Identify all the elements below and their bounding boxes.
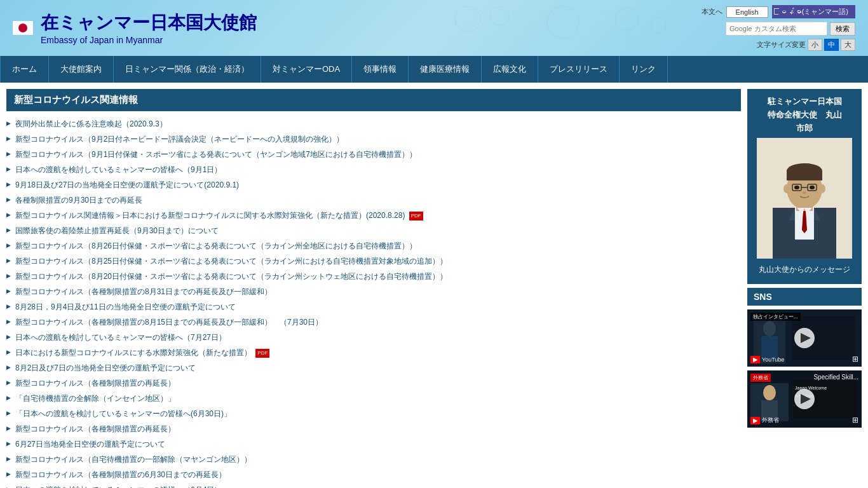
- pdf-icon: PDF: [409, 212, 423, 220]
- list-item: 各種制限措置の9月30日までの再延長: [6, 193, 741, 208]
- section-title: 新型コロナウイルス関連情報: [6, 89, 741, 111]
- font-size-row: 文字サイズ変更 小 中 大: [757, 39, 855, 51]
- nav-oda[interactable]: 対ミャンマーODA: [261, 56, 352, 83]
- list-item: 新型コロナウイルス（自宅待機措置の一部解除（マヤンゴン地区））: [6, 452, 741, 467]
- nav-culture[interactable]: 広報文化: [482, 56, 538, 83]
- news-link[interactable]: 夜間外出禁止令に係る注意喚起（2020.9.3）: [15, 119, 167, 128]
- list-item: 8月28日，9月4日及び11日の当地発全日空便の運航予定について: [6, 299, 741, 315]
- ambassador-photo: [757, 138, 852, 259]
- expand-icon-1[interactable]: ⊞: [852, 355, 858, 363]
- list-item: 9月18日及び27日の当地発全日空便の運航予定について(2020.9.1): [6, 177, 741, 193]
- sns-label: SNS: [747, 288, 862, 306]
- list-item: 「自宅待機措置の全解除（インセイン地区）」: [6, 391, 741, 406]
- nav-press[interactable]: プレスリリース: [538, 56, 620, 83]
- font-size-label: 文字サイズ変更: [757, 40, 806, 50]
- list-item: 日本における新型コロナウイルスにする水際対策強化（新たな措置） PDF: [6, 345, 741, 360]
- list-item: 新型コロナウイルス（8月25日付保健・スポーツ省による発表について（ラカイン州に…: [6, 254, 741, 269]
- myanmar-button[interactable]: မြန်မာ(ミャンマー語): [772, 5, 855, 18]
- main-content: 新型コロナウイルス関連情報 夜間外出禁止令に係る注意喚起（2020.9.3） 新…: [0, 83, 868, 488]
- news-link[interactable]: 新型コロナウイルス（自宅待機措置の一部解除（マヤンゴン地区））: [15, 455, 252, 464]
- search-input[interactable]: [726, 22, 827, 36]
- ambassador-title: 駐ミャンマー日本国特命全権大使 丸山市郎: [754, 95, 855, 135]
- video-thumb-2[interactable]: Japan Welcome to Workers 外務省 Specified S…: [747, 370, 862, 428]
- svg-rect-20: [787, 171, 822, 180]
- svg-point-35: [763, 321, 776, 336]
- svg-point-27: [783, 184, 790, 193]
- video2-title: Specified Skill...: [813, 374, 858, 381]
- news-link[interactable]: 国際旅客使の着陸禁止措置再延長（9月30日まで）について: [15, 226, 219, 235]
- pdf-icon: PDF: [255, 349, 269, 358]
- svg-point-12: [18, 24, 27, 32]
- list-item: 新型コロナウイルス（各種制限措置の8月15日までの再延長及び一部緩和） （7月3…: [6, 315, 741, 330]
- news-link[interactable]: 新型コロナウイルス（各種制限措置の再延長）: [15, 424, 175, 433]
- expand-icon-2[interactable]: ⊞: [852, 416, 858, 424]
- nav-consular[interactable]: 領事情報: [352, 56, 409, 83]
- list-item: 日本への渡航を検討しているミャンマーの皆様へ（9月1日）: [6, 162, 741, 177]
- list-item: 日本への渡航を検討しているミャンマーの皆様へ（7月27日）: [6, 330, 741, 345]
- svg-point-40: [763, 385, 776, 400]
- svg-point-26: [803, 191, 806, 194]
- news-link[interactable]: 「自宅待機措置の全解除（インセイン地区）」: [15, 394, 175, 403]
- news-link[interactable]: 新型コロナウイルス関連情報＞日本における新型コロナウイルスに関する水際対策強化（…: [15, 211, 405, 220]
- right-sidebar: 駐ミャンマー日本国特命全権大使 丸山市郎: [747, 89, 862, 488]
- news-link[interactable]: 新型コロナウイルス（9月1日付保健・スポーツ省による発表について（ヤンゴン地域7…: [15, 150, 417, 159]
- news-link[interactable]: 新型コロナウイルス（各種制限措置の6月30日までの再延長）: [15, 470, 226, 479]
- svg-point-28: [819, 184, 825, 193]
- ambassador-title-text: 駐ミャンマー日本国特命全権大使 丸山市郎: [768, 97, 842, 133]
- embassy-title: 在ミャンマー日本国大使館 Embassy of Japan in Myanmar: [41, 11, 702, 45]
- lang-row: 本文へ English မြန်မာ(ミャンマー語): [702, 5, 855, 18]
- nav-health[interactable]: 健康医療情報: [409, 56, 482, 83]
- news-link[interactable]: 日本における新型コロナウイルスにする水際対策強化（新たな措置）: [15, 348, 252, 357]
- youtube-icon: ▶: [750, 356, 760, 363]
- nav-bar: ホーム 大使館案内 日ミャンマー関係（政治・経済） 対ミャンマーODA 領事情報…: [0, 56, 868, 83]
- nav-home[interactable]: ホーム: [0, 56, 49, 83]
- top-header: 在ミャンマー日本国大使館 Embassy of Japan in Myanmar…: [0, 0, 868, 56]
- list-item: 新型コロナウイルス（9月2日付ネービードー評議会決定（ネービードーへの入境規制の…: [6, 132, 741, 147]
- news-link[interactable]: 日本への渡航を検討しているミャンマーの皆様へ（6月4日）: [15, 485, 222, 488]
- list-item: 新型コロナウイルス関連情報＞日本における新型コロナウイルスに関する水際対策強化（…: [6, 208, 741, 223]
- list-item: 日本への渡航を検討しているミャンマーの皆様へ（6月4日）: [6, 482, 741, 488]
- news-link[interactable]: 6月27日当地発全日空便の運航予定について: [15, 440, 165, 449]
- news-link[interactable]: 新型コロナウイルス（各種制限措置の再延長）: [15, 379, 175, 388]
- list-item: 新型コロナウイルス（9月1日付保健・スポーツ省による発表について（ヤンゴン地域7…: [6, 147, 741, 162]
- ambassador-message-link[interactable]: 丸山大使からのメッセージ: [754, 262, 855, 278]
- svg-point-21: [794, 186, 799, 189]
- list-item: 夜間外出禁止令に係る注意喚起（2020.9.3）: [6, 116, 741, 132]
- news-link[interactable]: 8月28日，9月4日及び11日の当地発全日空便の運航予定について: [15, 302, 236, 311]
- embassy-title-main: 在ミャンマー日本国大使館: [41, 11, 702, 35]
- svg-rect-36: [761, 336, 778, 358]
- news-link[interactable]: 新型コロナウイルス（8月26日付保健・スポーツ省による発表について（ラカイン州全…: [15, 241, 417, 250]
- lang-controls: 本文へ English မြန်မာ(ミャンマー語) 検索 文字サイズ変更 小 …: [702, 5, 855, 51]
- list-item: 新型コロナウイルス（各種制限措置の6月30日までの再延長）: [6, 467, 741, 482]
- svg-point-22: [810, 186, 815, 189]
- font-small-button[interactable]: 小: [808, 39, 822, 51]
- news-link[interactable]: 日本への渡航を検討しているミャンマーの皆様へ（9月1日）: [15, 165, 222, 174]
- news-link[interactable]: 新型コロナウイルス（8月20日付保健・スポーツ省による発表について（ラカイン州シ…: [15, 272, 447, 281]
- news-link[interactable]: 新型コロナウイルス（各種制限措置の8月15日までの再延長及び一部緩和） （7月3…: [15, 318, 323, 327]
- list-item: 8月2日及び7日の当地発全日空便の運航予定について: [6, 360, 741, 376]
- news-link[interactable]: 新型コロナウイルス（8月25日付保健・スポーツ省による発表について（ラカイン州に…: [15, 257, 447, 266]
- news-link[interactable]: 8月2日及び7日の当地発全日空便の運航予定について: [15, 363, 196, 372]
- news-link[interactable]: 各種制限措置の9月30日までの再延長: [15, 196, 142, 205]
- left-content: 新型コロナウイルス関連情報 夜間外出禁止令に係る注意喚起（2020.9.3） 新…: [6, 89, 741, 488]
- list-item: 新型コロナウイルス（各種制限措置の再延長）: [6, 421, 741, 437]
- nav-embassy-info[interactable]: 大使館案内: [49, 56, 114, 83]
- list-item: 新型コロナウイルス（各種制限措置の再延長）: [6, 376, 741, 391]
- nav-japan-myanmar-relations[interactable]: 日ミャンマー関係（政治・経済）: [114, 56, 261, 83]
- news-link[interactable]: 「日本への渡航を検討しているミャンマーの皆様へ(6月30日)」: [15, 409, 231, 418]
- list-item: 新型コロナウイルス（8月20日付保健・スポーツ省による発表について（ラカイン州シ…: [6, 269, 741, 284]
- list-item: 「日本への渡航を検討しているミャンマーの皆様へ(6月30日)」: [6, 406, 741, 421]
- font-medium-button[interactable]: 中: [824, 39, 839, 51]
- english-button[interactable]: English: [726, 6, 768, 18]
- search-button[interactable]: 検索: [830, 22, 855, 36]
- news-link[interactable]: 新型コロナウイルス（9月2日付ネービードー評議会決定（ネービードーへの入境規制の…: [15, 135, 344, 144]
- youtube-badge-1: ▶ YouTube: [750, 356, 784, 363]
- news-link[interactable]: 9月18日及び27日の当地発全日空便の運航予定について(2020.9.1): [15, 180, 239, 189]
- video-thumb-1[interactable]: 独占インタビュー... ▶ YouTube ⊞: [747, 309, 862, 367]
- youtube-badge-2: ▶ 外務省: [750, 416, 779, 424]
- news-link[interactable]: 日本への渡航を検討しているミャンマーの皆様へ（7月27日）: [15, 333, 226, 342]
- honbun-label: 本文へ: [702, 7, 722, 17]
- nav-links[interactable]: リンク: [620, 56, 668, 83]
- news-link[interactable]: 新型コロナウイルス（各種制限措置の8月31日までの再延長及び一部緩和）: [15, 287, 272, 296]
- font-large-button[interactable]: 大: [841, 39, 855, 51]
